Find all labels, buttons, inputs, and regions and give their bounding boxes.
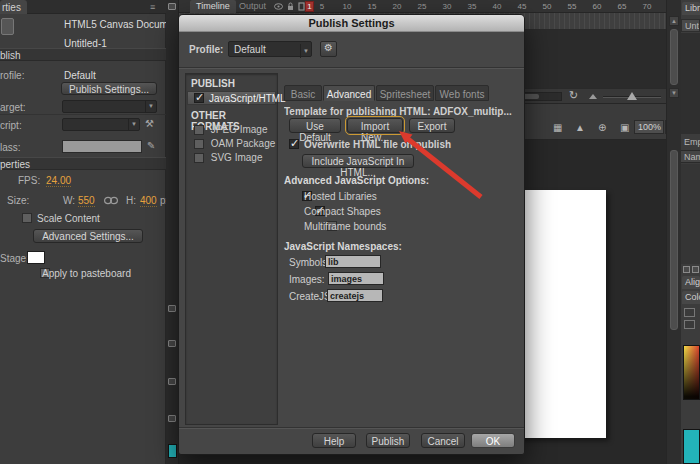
library-footer-icon[interactable] [692, 266, 699, 273]
format-label: JPEG Image [211, 124, 268, 135]
import-new-button[interactable]: Import New... [347, 118, 403, 133]
svg-checkbox[interactable] [194, 153, 204, 163]
properties-panel: rties ≡ HTML5 Canvas Document Untitled-1… [0, 0, 166, 464]
frame-number: 25 [414, 2, 430, 11]
cancel-button[interactable]: Cancel [421, 433, 465, 448]
zoom-out-frames-icon[interactable] [589, 94, 597, 99]
help-button[interactable]: Help [312, 433, 356, 448]
fps-label: FPS: [18, 175, 40, 186]
dock-panel-icon[interactable] [168, 415, 176, 422]
dock-panel-icon[interactable] [168, 305, 176, 312]
format-row-javascript-html[interactable]: ✓ JavaScript/HTML [187, 91, 276, 105]
target-dropdown[interactable]: ▼ [62, 100, 157, 113]
color-gradient-picker[interactable] [683, 345, 700, 400]
library-footer-icon[interactable] [683, 266, 690, 273]
overwrite-html-checkbox[interactable]: ✓ [289, 139, 299, 149]
pencil-icon[interactable]: ✎ [147, 140, 155, 151]
ok-button[interactable]: OK [471, 433, 515, 448]
publish-settings-button[interactable]: Publish Settings... [61, 82, 157, 95]
timeline-scroll-thumb[interactable] [670, 29, 678, 85]
fill-color-button[interactable] [684, 320, 695, 329]
loop-playback-icon[interactable]: ↻ [569, 89, 578, 102]
stage-color-swatch[interactable] [27, 251, 45, 264]
overwrite-html-label: Overwrite HTML file on publish [304, 139, 451, 150]
tab-library[interactable]: Libra [682, 2, 700, 15]
properties-section-header[interactable]: perties [0, 157, 166, 170]
js-namespaces-header: JavaScript Namespaces: [284, 241, 402, 252]
link-dimensions-icon[interactable] [104, 196, 118, 205]
timeline-scroll-up[interactable]: ▲ [669, 16, 679, 26]
edit-symbols-icon[interactable]: ▲ [575, 122, 585, 133]
apply-pasteboard-label: Apply to pasteboard [42, 268, 131, 279]
playhead-marker[interactable]: 1 [305, 1, 314, 12]
jpeg-checkbox[interactable] [194, 125, 204, 135]
template-label: Template for publishing HTML: ADFOX_mult… [284, 106, 514, 117]
stage-zoom-value[interactable]: 100% [634, 120, 664, 134]
dock-panel-icon[interactable] [168, 378, 176, 385]
tab-output[interactable]: Output [233, 0, 272, 13]
center-stage-icon[interactable]: ⊕ [598, 122, 606, 133]
html5-document-icon [1, 18, 14, 35]
tab-advanced[interactable]: Advanced [323, 85, 375, 101]
outline-layers-icon[interactable] [298, 2, 305, 11]
tab-properties[interactable]: rties [0, 0, 27, 14]
dock-fill-color-swatch[interactable] [168, 444, 177, 458]
timeline-scroll-down[interactable]: ▼ [669, 88, 679, 98]
tab-align[interactable]: Alig [682, 276, 700, 289]
use-default-button[interactable]: Use Default [289, 118, 341, 133]
include-javascript-button[interactable]: Include JavaScript In HTML... [302, 154, 414, 168]
export-button[interactable]: Export [409, 118, 455, 133]
width-value[interactable]: 550 [78, 195, 95, 207]
publish-section-header[interactable]: blish [0, 48, 166, 61]
tab-spritesheet[interactable]: Spritesheet [376, 85, 434, 101]
multiframe-bounds-label: Multiframe bounds [304, 221, 386, 232]
edit-scene-icon[interactable]: ▦ [553, 122, 562, 133]
tab-timeline[interactable]: Timeline [190, 0, 236, 13]
stage-label: Stage: [0, 253, 29, 264]
tab-web-fonts[interactable]: Web fonts [435, 85, 489, 101]
symbols-field[interactable] [325, 255, 381, 268]
dock-panel-icon[interactable] [168, 340, 176, 347]
lock-layers-icon[interactable] [287, 2, 294, 11]
library-item-list[interactable] [681, 164, 700, 264]
format-row-jpeg[interactable]: JPEG Image [194, 124, 267, 136]
hosted-libraries-label: Hosted Libraries [304, 191, 377, 202]
dialog-divider [179, 67, 524, 69]
stage-scroll-thumb[interactable] [670, 150, 678, 330]
height-value[interactable]: 400 [140, 195, 157, 207]
library-document-dropdown[interactable]: Unt [681, 19, 700, 32]
publish-button[interactable]: Publish [366, 433, 410, 448]
dock-panel-icon[interactable] [168, 3, 176, 10]
frame-size-slider-thumb[interactable] [627, 92, 637, 100]
timeline-h-scroll-thumb[interactable] [523, 94, 539, 99]
clip-content-icon[interactable]: ▣ [620, 122, 629, 133]
scale-content-checkbox[interactable] [22, 213, 32, 223]
dialog-titlebar[interactable]: Publish Settings [179, 15, 524, 32]
format-row-svg[interactable]: SVG Image [194, 152, 262, 164]
profile-dropdown[interactable]: Default ▼ [228, 41, 312, 57]
wrench-icon[interactable]: ⚒ [145, 118, 154, 129]
stroke-color-button[interactable] [684, 308, 695, 317]
javascript-html-checkbox[interactable]: ✓ [194, 93, 204, 103]
images-field[interactable] [328, 272, 384, 285]
tab-basic[interactable]: Basic [284, 85, 322, 101]
profile-value: Default [64, 70, 96, 81]
tab-color[interactable]: Colo [682, 291, 700, 304]
library-name-column-header[interactable]: Nam [681, 150, 700, 163]
panel-menu-icon[interactable]: ≡ [150, 2, 155, 12]
script-dropdown[interactable]: ▼ [62, 118, 140, 131]
oam-checkbox[interactable] [194, 139, 204, 149]
createjs-field[interactable] [327, 289, 383, 302]
check-icon: ✓ [195, 91, 204, 104]
publish-format-list: PUBLISH ✓ JavaScript/HTML OTHER FORMATS … [185, 73, 278, 425]
class-field[interactable] [62, 140, 142, 153]
properties-panel-tabbar: rties ≡ [0, 0, 166, 14]
format-row-oam[interactable]: OAM Package [194, 138, 275, 150]
show-hide-layers-icon[interactable] [274, 3, 283, 10]
selected-fill-color-swatch[interactable] [683, 429, 700, 464]
profile-options-gear-button[interactable]: ⚙ [320, 41, 337, 57]
timeline-h-scrollbar[interactable] [520, 92, 562, 101]
fps-value[interactable]: 24.00 [46, 175, 71, 187]
advanced-settings-button[interactable]: Advanced Settings... [33, 229, 143, 243]
class-label: lass: [0, 142, 21, 153]
